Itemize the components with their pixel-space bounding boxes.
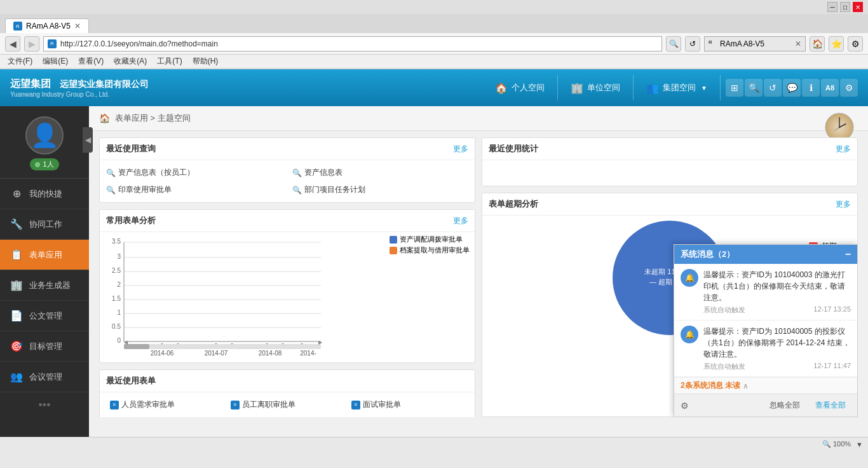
svg-text:◀: ◀: [124, 340, 128, 345]
svg-text:0.5: 0.5: [112, 323, 121, 330]
app-topnav: 远望集团 远望实业集团有限公司 Yuanwang Industry Group …: [0, 69, 868, 106]
form-analysis-body: 资产调配调拨审批单 档案提取与借用审批单 3.5 3: [100, 232, 475, 362]
sys-msg-content-2: 温馨提示：资产ID为 101040005 的投影仪（共1台）的保修期将于 201…: [703, 326, 851, 371]
sidebar-collapse-toggle[interactable]: ◀: [83, 127, 93, 153]
sidebar-item-quicklinks[interactable]: ⊕ 我的快捷: [0, 179, 89, 209]
tab-title-2: RAmA A8-V5: [720, 39, 764, 48]
search-button[interactable]: 🔍: [666, 36, 681, 52]
sidebar-item-goals[interactable]: 🎯 目标管理: [0, 331, 89, 362]
pie-analysis-more[interactable]: 更多: [836, 199, 851, 210]
recent-stats-body: [482, 160, 857, 186]
menu-tools[interactable]: 工具(T): [152, 55, 187, 68]
query-item-3[interactable]: 🔍 印章使用审批单: [106, 182, 282, 197]
zoom-dropdown[interactable]: ▼: [856, 441, 863, 448]
home-button[interactable]: 🏠: [810, 36, 825, 52]
sys-msg-text-2: 温馨提示：资产ID为 101040005 的投影仪（共1台）的保修期将于 201…: [703, 326, 851, 360]
restore-button[interactable]: □: [840, 2, 850, 12]
sys-msg-minimize-button[interactable]: −: [845, 249, 851, 259]
svg-text:3: 3: [117, 253, 121, 260]
sys-msg-footer-text-1: 系统自动触发 12-17 13:25: [703, 305, 851, 315]
ignore-all-button[interactable]: 忽略全部: [764, 398, 805, 413]
form-item-1[interactable]: 人员需求审批单: [106, 397, 227, 412]
zoom-level: 🔍 100%: [822, 440, 851, 448]
query-label-3: 印章使用审批单: [118, 184, 172, 195]
wrench-icon: 🔧: [10, 218, 23, 230]
query-search-icon-4: 🔍: [292, 186, 302, 195]
query-search-icon-3: 🔍: [106, 186, 116, 195]
query-label-2: 资产信息表: [304, 167, 342, 178]
refresh-button[interactable]: ↺: [685, 36, 700, 52]
menu-help[interactable]: 帮助(H): [187, 55, 224, 68]
form-label-6: 资产信息录入单: [363, 416, 416, 417]
browser-tab[interactable]: R RAmA A8-V5 ✕: [5, 18, 89, 33]
form-icon-1: [110, 401, 119, 410]
back-button[interactable]: ◀: [5, 36, 20, 52]
query-item-2[interactable]: 🔍 资产信息表: [292, 165, 468, 180]
settings-icon[interactable]: ⚙: [681, 401, 689, 411]
recent-stats-section: 最近使用统计 更多: [482, 137, 858, 186]
breadcrumb: 🏠 表单应用 > 主题空间: [89, 106, 868, 131]
sidebar-item-label: 会议管理: [29, 371, 62, 383]
sys-msg-avatar-1: 🔔: [681, 269, 698, 287]
menu-favorites[interactable]: 收藏夹(A): [109, 55, 152, 68]
query-item-1[interactable]: 🔍 资产信息表（按员工）: [106, 165, 282, 180]
menu-view[interactable]: 查看(V): [73, 55, 109, 68]
query-item-4[interactable]: 🔍 部门项目任务计划: [292, 182, 468, 197]
recent-queries-header: 最近使用查询 更多: [100, 138, 475, 160]
svg-text:2014-: 2014-: [300, 350, 316, 357]
sidebar-item-biz[interactable]: 🏢 业务生成器: [0, 270, 89, 301]
svg-text:2014-06: 2014-06: [151, 350, 174, 357]
nav-unit-space[interactable]: 🏢 单位空间: [558, 69, 633, 106]
search-tool[interactable]: 🔍: [745, 79, 763, 97]
form-analysis-section: 常用表单分析 更多 资产调配调拨审批单 档案提取与借用审批: [99, 209, 475, 363]
title-bar-controls: ─ □ ✕: [827, 2, 863, 12]
a8-tool[interactable]: A8: [821, 79, 839, 97]
sidebar-item-meetings[interactable]: 👥 会议管理: [0, 362, 89, 392]
close-button[interactable]: ✕: [853, 2, 863, 12]
recent-queries-more[interactable]: 更多: [453, 144, 468, 155]
menu-file[interactable]: 文件(F): [3, 55, 37, 68]
favorites-button[interactable]: ⭐: [829, 36, 844, 52]
minimize-button[interactable]: ─: [827, 2, 837, 12]
form-item-5[interactable]: 表单测试: [227, 415, 348, 417]
sys-msg-header: 系统消息（2） −: [674, 245, 857, 264]
form-item-6[interactable]: 资产信息录入单: [348, 415, 468, 417]
sidebar-item-collab[interactable]: 🔧 协同工作: [0, 209, 89, 240]
nav-group-space[interactable]: 👥 集团空间 ▼: [634, 69, 720, 106]
svg-text:2014-08: 2014-08: [259, 350, 282, 357]
form-analysis-more[interactable]: 更多: [453, 216, 468, 226]
tab-close-icon-2[interactable]: ✕: [795, 39, 801, 48]
breadcrumb-home-icon[interactable]: 🏠: [99, 113, 110, 123]
recent-stats-more[interactable]: 更多: [836, 144, 851, 155]
sidebar-item-forms[interactable]: 📋 表单应用: [0, 240, 89, 270]
sidebar-more[interactable]: •••: [0, 392, 89, 418]
forward-button[interactable]: ▶: [24, 36, 39, 52]
chat-tool[interactable]: 💬: [783, 79, 801, 97]
app-shell: 👤 1人 ⊕ 我的快捷 🔧 协同工作 📋 表单应用 🏢 业务生成器: [0, 106, 868, 437]
doc-icon: 📄: [10, 310, 23, 322]
recent-stats-header: 最近使用统计 更多: [482, 138, 857, 160]
svg-text:3.5: 3.5: [112, 238, 121, 245]
menu-edit[interactable]: 编辑(E): [37, 55, 73, 68]
nav-personal-space[interactable]: 🏠 个人空间: [482, 69, 557, 106]
grid-tool[interactable]: ⊞: [726, 79, 743, 97]
address-box[interactable]: R http://127.0.0.1/seeyon/main.do?method…: [43, 36, 662, 52]
view-all-button[interactable]: 查看全部: [810, 398, 851, 413]
settings-tool[interactable]: ⚙: [840, 79, 858, 97]
tab-title-box: R RAmA A8-V5 ✕: [704, 36, 806, 52]
recent-stats-title: 最近使用统计: [489, 143, 538, 155]
refresh-tool[interactable]: ↺: [764, 79, 782, 97]
query-label-4: 部门项目任务计划: [304, 184, 365, 195]
sidebar: 👤 1人 ⊕ 我的快捷 🔧 协同工作 📋 表单应用 🏢 业务生成器: [0, 106, 89, 437]
sidebar-item-docs[interactable]: 📄 公文管理: [0, 301, 89, 331]
form-item-2[interactable]: 员工离职审批单: [227, 397, 348, 412]
sys-msg-count-bar: 2条系统消息 未读 ∧: [674, 377, 857, 394]
sys-msg-footer: ⚙ 忽略全部 查看全部: [674, 394, 857, 416]
tab-close-icon[interactable]: ✕: [74, 22, 81, 31]
recent-forms-title: 最近使用表单: [106, 375, 156, 387]
tools-button[interactable]: ⚙: [848, 36, 863, 52]
info-tool[interactable]: ℹ: [802, 79, 820, 97]
status-bar: 🔍 100% ▼: [0, 437, 868, 451]
form-item-4[interactable]: 月度工作计划与总结报表: [106, 415, 227, 417]
form-item-3[interactable]: 面试审批单: [348, 397, 468, 412]
